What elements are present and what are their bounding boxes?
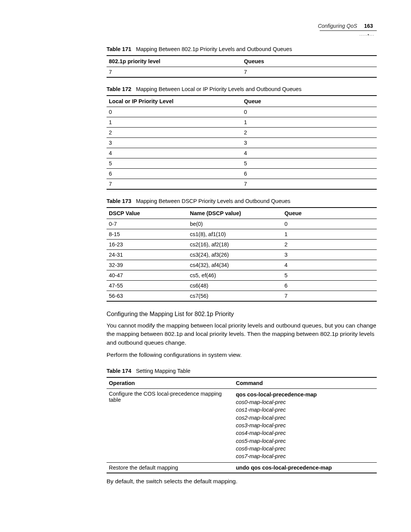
cell: 2 [107,128,242,138]
table-row: 24-31cs3(24), af3(26)3 [107,250,377,260]
table174-caption: Table 174 Setting Mapping Table [107,368,377,374]
table172-caption: Table 172 Mapping Between Local or IP Pr… [107,86,377,92]
table-row: 0-7be(0)0 [107,219,377,229]
table174-h0: Operation [107,377,234,389]
table173-text: Mapping Between DSCP Priority Levels and… [136,198,290,204]
table-row: 56-63cs7(56)7 [107,291,377,302]
cell: cs7(56) [188,291,282,302]
table174-h1: Command [234,377,377,389]
cell: cs5, ef(46) [188,270,282,281]
table173-h1: Name (DSCP value) [188,208,282,219]
cell: 1 [107,117,242,128]
cell: 3 [242,138,377,148]
table174-label: Table 174 [107,368,131,374]
table-row: 7 7 [107,67,377,78]
cell: be(0) [188,219,282,229]
cell: 8-15 [107,229,188,240]
table171-h0: 802.1p priority level [107,56,242,67]
command-arg: cos3-map-local-prec [236,422,374,429]
table-row: 22 [107,128,377,138]
cell: 0 [107,107,242,117]
table172-text: Mapping Between Local or IP Priority Lev… [136,86,301,92]
paragraph: By default, the switch selects the defau… [107,477,377,486]
cell: Restore the default mapping [107,462,234,473]
page-header: Configuring QoS 163 ·····•··· [34,23,377,31]
table-row: 33 [107,138,377,148]
cell: 32-39 [107,260,188,270]
cell: 2 [242,128,377,138]
table-row: 8-15cs1(8), af1(10)1 [107,229,377,240]
cell: 0-7 [107,219,188,229]
table171-label: Table 171 [107,46,131,52]
table-row: 11 [107,117,377,128]
cell: 4 [282,260,377,270]
cell: 6 [242,169,377,179]
cell: 6 [282,281,377,291]
table-row: 00 [107,107,377,117]
paragraph: You cannot modify the mapping between lo… [107,321,377,347]
table-row: 40-47cs5, ef(46)5 [107,270,377,281]
cell: cs6(48) [188,281,282,291]
cell: 4 [242,148,377,158]
table173-h0: DSCP Value [107,208,188,219]
cell: 4 [107,148,242,158]
content-area: Table 171 Mapping Between 802.1p Priorit… [107,46,377,486]
cell: 1 [242,117,377,128]
table-row: 47-55cs6(48)6 [107,281,377,291]
cell: 1 [282,229,377,240]
cell: 2 [282,240,377,250]
cell: Configure the COS local-precedence mappi… [107,388,234,462]
table172-h1: Queue [242,96,377,107]
table173-caption: Table 173 Mapping Between DSCP Priority … [107,198,377,204]
cell: qos cos-local-precedence-map cos0-map-lo… [234,388,377,462]
table171-text: Mapping Between 802.1p Priority Levels a… [136,46,292,52]
cell: cs1(8), af1(10) [188,229,282,240]
table-row: 55 [107,158,377,169]
command-arg: cos6-map-local-prec [236,445,374,452]
table-row: 32-39cs4(32), af4(34)4 [107,260,377,270]
command-arg: cos0-map-local-prec [236,398,374,406]
cell: cs2(16), af2(18) [188,240,282,250]
table172-label: Table 172 [107,86,131,92]
header-rule: ·····•··· [34,30,377,31]
cell: 16-23 [107,240,188,250]
table173: DSCP Value Name (DSCP value) Queue 0-7be… [107,207,377,302]
cell: 0 [282,219,377,229]
section-heading: Configuring the Mapping List for 802.1p … [107,311,377,318]
page: Configuring QoS 163 ·····•··· Table 171 … [0,0,411,532]
table174: Operation Command Configure the COS loca… [107,377,377,473]
table-row: 66 [107,169,377,179]
table172-h0: Local or IP Priority Level [107,96,242,107]
cell: 5 [282,270,377,281]
paragraph: Perform the following configurations in … [107,351,377,359]
cell: 0 [242,107,377,117]
cell: 7 [107,179,242,190]
header-rule-line: ·····•··· [320,30,377,31]
dot-icon: ·····•··· [359,32,374,38]
table-row: 16-23cs2(16), af2(18)2 [107,240,377,250]
table174-text: Setting Mapping Table [136,368,190,374]
cell: 7 [282,291,377,302]
cell: 6 [107,169,242,179]
cell: 7 [107,67,242,78]
command-bold: qos cos-local-precedence-map [236,391,374,398]
table171-h1: Queues [242,56,377,67]
table-row: Restore the default mapping undo qos cos… [107,462,377,473]
cell: 24-31 [107,250,188,260]
cell: 5 [242,158,377,169]
cell: 47-55 [107,281,188,291]
cell: 7 [242,179,377,190]
table173-h2: Queue [282,208,377,219]
table173-label: Table 173 [107,198,131,204]
table171-caption: Table 171 Mapping Between 802.1p Priorit… [107,46,377,52]
header-page-number: 163 [364,23,373,29]
table-row: Configure the COS local-precedence mappi… [107,388,377,462]
command-arg: cos5-map-local-prec [236,437,374,445]
command-arg: cos7-map-local-prec [236,452,374,460]
table-row: 77 [107,179,377,190]
cell: cs3(24), af3(26) [188,250,282,260]
cell: 5 [107,158,242,169]
cell: 3 [107,138,242,148]
header-line: Configuring QoS 163 [34,23,377,29]
command-bold: undo qos cos-local-precedence-map [236,465,332,471]
